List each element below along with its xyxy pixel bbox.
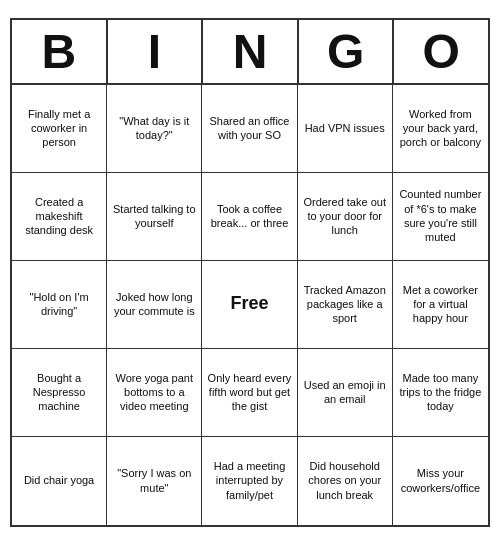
bingo-cell-14[interactable]: Met a coworker for a virtual happy hour — [393, 261, 488, 349]
bingo-cell-7[interactable]: Took a coffee break... or three — [202, 173, 297, 261]
bingo-cell-8[interactable]: Ordered take out to your door for lunch — [298, 173, 393, 261]
bingo-cell-2[interactable]: Shared an office with your SO — [202, 85, 297, 173]
bingo-cell-11[interactable]: Joked how long your commute is — [107, 261, 202, 349]
bingo-grid: Finally met a coworker in person"What da… — [12, 85, 488, 525]
bingo-header: B I N G O — [12, 20, 488, 85]
bingo-cell-18[interactable]: Used an emoji in an email — [298, 349, 393, 437]
bingo-cell-20[interactable]: Did chair yoga — [12, 437, 107, 525]
bingo-cell-9[interactable]: Counted number of *6's to make sure you'… — [393, 173, 488, 261]
bingo-cell-6[interactable]: Started talking to yourself — [107, 173, 202, 261]
bingo-cell-22[interactable]: Had a meeting interrupted by family/pet — [202, 437, 297, 525]
bingo-cell-0[interactable]: Finally met a coworker in person — [12, 85, 107, 173]
header-o: O — [394, 20, 488, 83]
header-n: N — [203, 20, 299, 83]
bingo-cell-17[interactable]: Only heard every fifth word but get the … — [202, 349, 297, 437]
bingo-cell-15[interactable]: Bought a Nespresso machine — [12, 349, 107, 437]
bingo-cell-5[interactable]: Created a makeshift standing desk — [12, 173, 107, 261]
header-g: G — [299, 20, 395, 83]
bingo-cell-19[interactable]: Made too many trips to the fridge today — [393, 349, 488, 437]
bingo-cell-24[interactable]: Miss your coworkers/office — [393, 437, 488, 525]
bingo-cell-21[interactable]: "Sorry I was on mute" — [107, 437, 202, 525]
bingo-cell-12[interactable]: Free — [202, 261, 297, 349]
bingo-cell-10[interactable]: "Hold on I'm driving" — [12, 261, 107, 349]
bingo-card: B I N G O Finally met a coworker in pers… — [10, 18, 490, 527]
header-i: I — [108, 20, 204, 83]
bingo-cell-4[interactable]: Worked from your back yard, porch or bal… — [393, 85, 488, 173]
bingo-cell-13[interactable]: Tracked Amazon packages like a sport — [298, 261, 393, 349]
bingo-cell-1[interactable]: "What day is it today?" — [107, 85, 202, 173]
bingo-cell-23[interactable]: Did household chores on your lunch break — [298, 437, 393, 525]
bingo-cell-16[interactable]: Wore yoga pant bottoms to a video meetin… — [107, 349, 202, 437]
bingo-cell-3[interactable]: Had VPN issues — [298, 85, 393, 173]
header-b: B — [12, 20, 108, 83]
